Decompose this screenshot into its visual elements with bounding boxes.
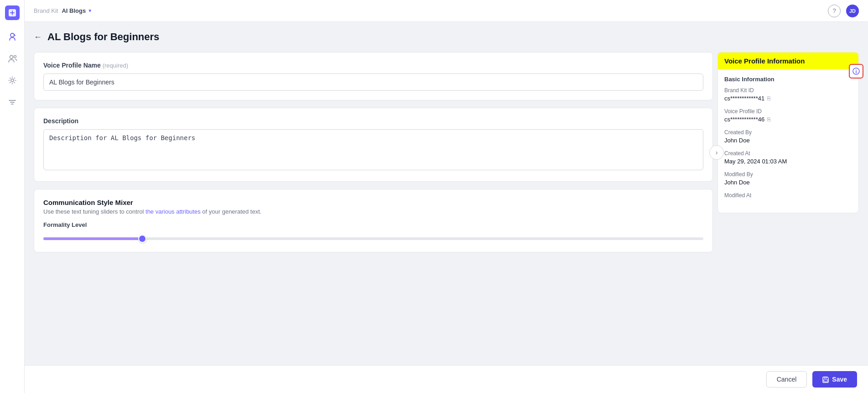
page-header: ← AL Blogs for Beginners <box>34 31 859 43</box>
basic-info-title: Basic Information <box>724 76 852 83</box>
top-nav: Brand Kit AI Blogs ▼ ? JD <box>25 0 868 22</box>
slider-thumb[interactable] <box>138 235 146 243</box>
page-title: AL Blogs for Beginners <box>47 31 159 43</box>
style-section-subtitle: Use these text tuning sliders to control… <box>43 208 703 215</box>
name-section: Voice Profile Name (required) <box>34 52 713 100</box>
svg-rect-6 <box>824 380 828 382</box>
svg-point-2 <box>10 56 13 59</box>
style-section: Communication Style Mixer Use these text… <box>34 189 713 252</box>
created-at-field: Created At May 29, 2024 01:03 AM <box>724 150 852 165</box>
created-at-value: May 29, 2024 01:03 AM <box>724 158 852 165</box>
page-content: ← AL Blogs for Beginners Voice Profile N… <box>25 22 868 393</box>
help-button[interactable]: ? <box>828 5 841 17</box>
created-by-label: Created By <box>724 129 852 136</box>
voice-profile-id-field: Voice Profile ID cs************46 ⎘ <box>724 108 852 123</box>
chevron-down-icon: ▼ <box>88 8 92 13</box>
description-section: Description Description for AL Blogs for… <box>34 108 713 182</box>
svg-point-1 <box>10 33 14 37</box>
svg-point-3 <box>14 56 16 58</box>
expand-panel-button[interactable]: › <box>709 145 724 160</box>
svg-point-8 <box>856 69 857 70</box>
info-panel: Voice Profile Information Basic Informat… <box>717 52 859 213</box>
slider-track <box>43 237 703 240</box>
footer-bar: Cancel Save <box>25 365 868 393</box>
copy-voice-profile-id-button[interactable]: ⎘ <box>767 116 771 123</box>
content-area: Voice Profile Name (required) Descriptio… <box>34 52 859 252</box>
created-at-label: Created At <box>724 150 852 157</box>
voice-profile-id-label: Voice Profile ID <box>724 108 852 115</box>
sidebar-item-voice[interactable] <box>3 27 21 46</box>
created-by-value: John Doe <box>724 137 852 144</box>
breadcrumb-current[interactable]: AI Blogs ▼ <box>62 7 92 14</box>
sidebar-item-settings[interactable] <box>3 71 21 89</box>
info-panel-title: Voice Profile Information <box>724 57 852 65</box>
save-icon <box>822 376 829 383</box>
info-icon-button[interactable] <box>849 64 863 79</box>
modified-by-label: Modified By <box>724 171 852 178</box>
breadcrumb-parent: Brand Kit <box>34 7 58 14</box>
copy-brand-kit-id-button[interactable]: ⎘ <box>767 95 771 102</box>
slider-label: Formality Level <box>43 221 703 228</box>
sidebar-item-filter[interactable] <box>3 93 21 111</box>
modified-at-label: Modified At <box>724 192 852 199</box>
name-label: Voice Profile Name (required) <box>43 62 703 69</box>
description-input[interactable]: Description for AL Blogs for Beginners <box>43 129 703 170</box>
description-label: Description <box>43 117 703 125</box>
modified-by-value: John Doe <box>724 179 852 186</box>
back-button[interactable]: ← <box>34 33 42 41</box>
slider-fill <box>43 237 142 240</box>
svg-point-4 <box>11 79 14 82</box>
main-wrapper: Brand Kit AI Blogs ▼ ? JD ← AL Blogs for… <box>25 0 868 393</box>
slider-container[interactable] <box>43 233 703 243</box>
brand-kit-id-label: Brand Kit ID <box>724 87 852 94</box>
sidebar <box>0 0 25 393</box>
voice-profile-id-value: cs************46 ⎘ <box>724 116 852 123</box>
modified-by-field: Modified By John Doe <box>724 171 852 186</box>
top-nav-right: ? JD <box>828 5 859 17</box>
sidebar-item-team[interactable] <box>3 49 21 68</box>
info-panel-body: Basic Information Brand Kit ID cs*******… <box>718 69 858 213</box>
avatar: JD <box>846 5 859 17</box>
breadcrumb: Brand Kit AI Blogs ▼ <box>34 7 92 14</box>
required-label: (required) <box>103 62 128 69</box>
sidebar-logo <box>5 5 20 20</box>
cancel-button[interactable]: Cancel <box>766 371 807 388</box>
brand-kit-id-field: Brand Kit ID cs************41 ⎘ <box>724 87 852 102</box>
voice-profile-name-input[interactable] <box>43 73 703 91</box>
info-panel-header: Voice Profile Information <box>718 52 858 69</box>
modified-at-field: Modified At <box>724 192 852 200</box>
brand-kit-id-value: cs************41 ⎘ <box>724 95 852 102</box>
svg-rect-5 <box>824 377 826 378</box>
style-section-title: Communication Style Mixer <box>43 199 703 206</box>
save-button[interactable]: Save <box>812 371 857 388</box>
created-by-field: Created By John Doe <box>724 129 852 144</box>
